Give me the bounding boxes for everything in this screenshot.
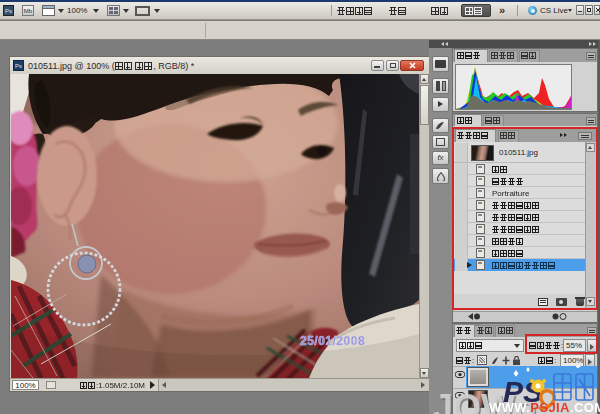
svg-text:25/01/2008: 25/01/2008: [300, 334, 365, 348]
svg-text:WWW.PSJIA.COM: WWW.PSJIA.COM: [489, 400, 600, 414]
